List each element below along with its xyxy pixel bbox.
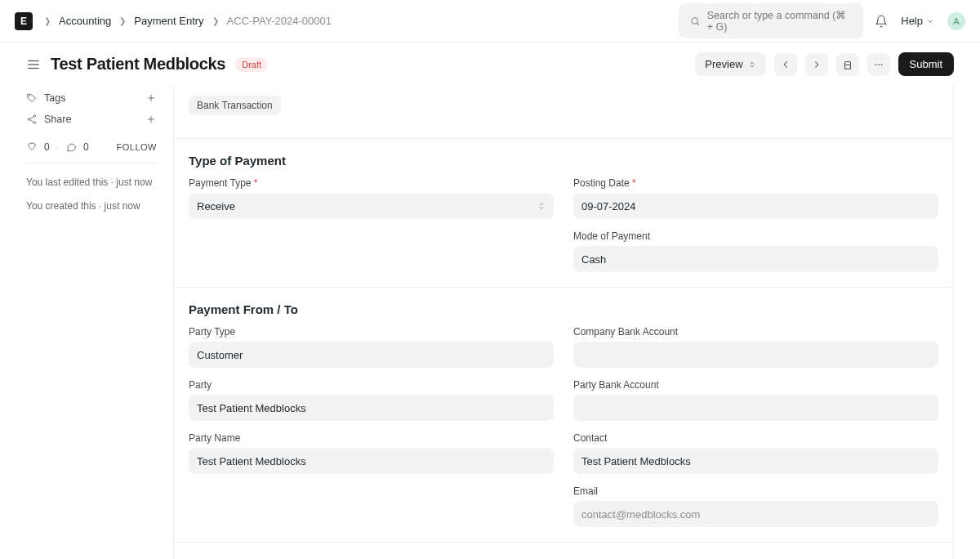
svg-point-13 <box>28 119 29 120</box>
plus-icon[interactable] <box>145 92 157 104</box>
party-bank-account-input[interactable] <box>573 395 938 421</box>
section-title: Type of Payment <box>189 154 938 168</box>
chevron-right-icon: ❯ <box>44 16 51 25</box>
chevron-right-icon: ❯ <box>119 16 126 25</box>
submit-button[interactable]: Submit <box>898 52 954 76</box>
sidebar: Tags Share 0 · 0 FOLL <box>26 86 157 559</box>
status-badge: Draft <box>235 57 268 72</box>
field-label: Party Bank Account <box>573 379 938 391</box>
stats-row: 0 · 0 FOLLOW <box>26 130 157 163</box>
chevron-left-icon <box>780 59 791 70</box>
likes-count: 0 <box>44 141 50 153</box>
breadcrumb: ❯ Accounting ❯ Payment Entry ❯ ACC-PAY-2… <box>44 15 679 27</box>
topbar-actions: Help A <box>875 12 965 30</box>
menu-icon[interactable] <box>26 57 41 72</box>
field-label: Contact <box>573 432 938 444</box>
sidebar-item-label: Tags <box>44 92 65 104</box>
svg-line-1 <box>697 23 699 25</box>
page-title: Test Patient Medblocks <box>51 55 225 74</box>
svg-line-15 <box>30 117 34 119</box>
field-label: Party Type <box>189 326 554 338</box>
field-label: Company Bank Account <box>573 326 938 338</box>
search-icon <box>690 16 701 27</box>
help-button[interactable]: Help <box>901 15 934 27</box>
prev-button[interactable] <box>774 53 797 76</box>
page-header: Test Patient Medblocks Draft Preview Sub… <box>26 52 954 76</box>
sidebar-item-tags[interactable]: Tags <box>26 87 157 109</box>
tag-icon <box>26 92 38 104</box>
next-button[interactable] <box>805 53 828 76</box>
posting-date-input[interactable]: 09-07-2024 <box>573 193 938 219</box>
breadcrumb-item[interactable]: Accounting <box>59 15 111 27</box>
avatar[interactable]: A <box>947 12 965 30</box>
comment-icon[interactable] <box>65 141 77 153</box>
field-label: Party <box>189 379 554 391</box>
search-input[interactable]: Search or type a command (⌘ + G) <box>679 3 863 38</box>
field-label: Payment Type * <box>189 177 554 189</box>
preview-button[interactable]: Preview <box>695 52 765 76</box>
dots-icon <box>873 59 884 70</box>
party-type-input[interactable]: Customer <box>189 342 554 368</box>
edit-log: You last edited this · just now You crea… <box>26 175 157 214</box>
chevron-right-icon: ❯ <box>212 16 219 25</box>
svg-point-7 <box>878 64 880 65</box>
printer-icon <box>842 59 853 70</box>
follow-button[interactable]: FOLLOW <box>117 142 157 152</box>
svg-point-9 <box>29 96 30 96</box>
contact-input[interactable]: Test Patient Medblocks <box>573 448 938 474</box>
svg-point-14 <box>33 122 35 123</box>
search-placeholder: Search or type a command (⌘ + G) <box>707 9 853 33</box>
app-logo[interactable]: E <box>15 12 33 30</box>
sort-icon <box>748 60 756 69</box>
svg-point-6 <box>875 64 876 65</box>
more-button[interactable] <box>867 53 890 76</box>
svg-point-0 <box>692 17 697 23</box>
svg-rect-5 <box>844 65 850 69</box>
plus-icon[interactable] <box>145 114 157 125</box>
mode-of-payment-input[interactable]: Cash <box>573 246 938 272</box>
accounts-section-toggle[interactable]: Accounts <box>189 556 938 559</box>
svg-point-12 <box>33 115 35 117</box>
field-label: Mode of Payment <box>573 230 938 242</box>
field-label: Posting Date * <box>573 177 938 189</box>
breadcrumb-item[interactable]: Payment Entry <box>134 15 203 27</box>
share-icon <box>26 114 38 125</box>
form-main: Bank Transaction Type of Payment Payment… <box>173 86 954 559</box>
sidebar-item-share[interactable]: Share <box>26 109 157 130</box>
chevron-right-icon <box>811 59 822 70</box>
heart-icon[interactable] <box>26 141 38 153</box>
payment-type-select[interactable]: Receive <box>189 193 554 219</box>
print-button[interactable] <box>836 53 859 76</box>
svg-line-16 <box>30 120 34 123</box>
log-entry: You last edited this · just now <box>26 175 157 190</box>
svg-point-8 <box>880 64 882 65</box>
bell-icon[interactable] <box>875 15 888 28</box>
chevron-down-icon <box>926 17 934 25</box>
breadcrumb-item-current: ACC-PAY-2024-00001 <box>227 15 332 27</box>
sidebar-item-label: Share <box>44 114 71 125</box>
comments-count: 0 <box>83 141 89 153</box>
section-title: Payment From / To <box>189 302 938 316</box>
field-label: Email <box>573 485 938 497</box>
company-bank-account-input[interactable] <box>573 342 938 368</box>
select-caret-icon <box>537 202 546 210</box>
field-label: Party Name <box>189 432 554 444</box>
email-input[interactable]: contact@medblocks.com <box>573 501 938 527</box>
topbar: E ❯ Accounting ❯ Payment Entry ❯ ACC-PAY… <box>0 0 980 42</box>
section-tag-link[interactable]: Bank Transaction <box>189 96 281 115</box>
party-input[interactable]: Test Patient Medblocks <box>189 395 554 421</box>
party-name-input[interactable]: Test Patient Medblocks <box>189 448 554 474</box>
log-entry: You created this · just now <box>26 199 157 214</box>
